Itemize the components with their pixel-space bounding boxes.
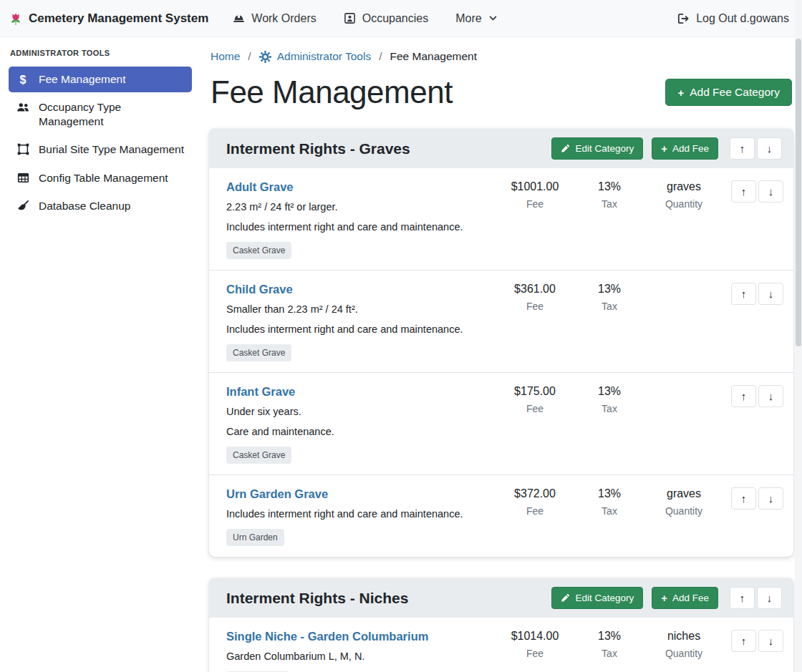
fee-tax-col: 13% Tax [572,487,647,517]
chevron-down-icon [488,14,498,23]
sidebar-item-label: Fee Management [39,72,126,87]
breadcrumb-admin-tools-link[interactable]: Administrator Tools [259,50,372,63]
category-title: Interment Rights - Graves [226,140,410,157]
move-fee-up-button[interactable]: ↑ [731,487,756,510]
sidebar-item-config-table-management[interactable]: Config Table Management [9,165,192,191]
fee-name-link[interactable]: Urn Garden Grave [226,487,328,501]
fee-row: Single Niche - Garden Columbarium Garden… [209,618,793,672]
edit-category-label: Edit Category [575,593,634,603]
fee-quantity-label: Quantity [647,505,721,517]
move-fee-up-button[interactable]: ↑ [731,283,756,305]
nav-work-orders[interactable]: Work Orders [233,12,316,25]
fee-quantity: niches [647,630,721,643]
arrow-down-icon: ↓ [768,288,774,300]
top-navbar: Cemetery Management System Work Orders O… [0,0,802,37]
fee-description: Smaller than 2.23 m² / 24 ft². [226,302,489,317]
move-fee-down-button[interactable]: ↓ [758,487,783,510]
fee-description: Includes interment right and care and ma… [226,322,489,337]
fee-tax-col: 13% Tax [572,630,647,659]
move-category-up-button[interactable]: ↑ [730,137,755,160]
sidebar-item-fee-management[interactable]: $ Fee Management [9,67,192,92]
brand-link[interactable]: Cemetery Management System [9,11,208,26]
fee-category-card-graves: Interment Rights - Graves Edit Category … [209,129,793,557]
sidebar-item-burial-site-type-management[interactable]: Burial Site Type Management [9,137,192,162]
fee-reorder-controls: ↑ ↓ [731,283,783,305]
fee-description: Under six years. [226,404,489,419]
nav-more[interactable]: More [455,12,497,25]
add-fee-button[interactable]: + Add Fee [652,587,718,609]
move-fee-down-button[interactable]: ↓ [758,630,783,652]
fee-reorder-controls: ↑ ↓ [731,180,783,203]
move-fee-down-button[interactable]: ↓ [758,283,783,305]
fee-quantity: graves [647,487,721,500]
edit-category-button[interactable]: Edit Category [551,587,643,609]
add-fee-category-button[interactable]: + Add Fee Category [665,79,792,106]
move-fee-up-button[interactable]: ↑ [731,180,756,203]
broom-icon [16,199,30,212]
move-category-down-button[interactable]: ↓ [757,587,782,609]
fee-type-badge: Casket Grave [226,344,291,361]
fee-amount: $175.00 [498,385,572,398]
category-reorder-controls: ↑ ↓ [730,137,782,160]
fee-tax-col: 13% Tax [572,180,647,210]
fee-amount-col: $1014.00 Fee [498,630,572,659]
arrow-up-icon: ↑ [741,288,747,300]
scrollbar-thumb[interactable] [796,39,801,346]
move-fee-down-button[interactable]: ↓ [758,385,783,407]
edit-category-label: Edit Category [575,143,634,154]
admin-sidebar: ADMINISTRATOR TOOLS $ Fee Management Occ… [0,37,200,672]
move-fee-up-button[interactable]: ↑ [731,385,756,407]
plus-icon: + [661,593,667,603]
nav-occupancies-label: Occupancies [362,12,429,25]
fee-tax-label: Tax [572,648,647,659]
fee-name-link[interactable]: Infant Grave [226,385,295,399]
nav-work-orders-label: Work Orders [251,12,316,25]
fee-amount-col: $361.00 Fee [498,283,572,312]
category-header: Interment Rights - Niches Edit Category … [209,578,793,618]
arrow-up-icon: ↑ [740,592,745,604]
fee-name-link[interactable]: Single Niche - Garden Columbarium [226,630,428,643]
fee-name-link[interactable]: Adult Grave [226,180,294,194]
fee-tax: 13% [572,385,647,398]
fee-tax-label: Tax [572,301,647,312]
nav-occupancies[interactable]: Occupancies [344,12,429,25]
fee-amount-label: Fee [498,505,572,517]
fee-name-link[interactable]: Child Grave [226,283,293,296]
arrow-down-icon: ↓ [767,142,773,155]
fee-tax-col: 13% Tax [572,385,647,414]
page-header: Fee Management + Add Fee Category [209,74,793,110]
fee-tax: 13% [572,180,647,193]
person-frame-icon [344,12,356,24]
fee-description: Includes interment right and care and ma… [226,507,489,522]
scrollbar-track[interactable] [795,0,802,672]
logout-link[interactable]: Log Out d.gowans [677,12,789,25]
arrow-up-icon: ↑ [741,390,747,402]
edit-category-button[interactable]: Edit Category [551,137,643,160]
brand-title: Cemetery Management System [29,11,208,26]
add-fee-button[interactable]: + Add Fee [652,137,718,160]
sidebar-item-label: Occupancy Type Management [39,100,185,129]
move-fee-down-button[interactable]: ↓ [758,180,783,203]
move-category-down-button[interactable]: ↓ [757,137,782,160]
fee-description: 2.23 m² / 24 ft² or larger. [226,200,489,215]
fee-amount: $1001.00 [498,180,572,193]
fee-description: Care and maintenance. [226,424,489,439]
breadcrumb-home-link[interactable]: Home [211,50,240,63]
arrow-up-icon: ↑ [741,492,747,505]
fee-amount-col: $1001.00 Fee [498,180,572,210]
arrow-up-icon: ↑ [741,635,747,647]
fee-row: Infant Grave Under six years. Care and m… [209,372,793,474]
sidebar-item-database-cleanup[interactable]: Database Cleanup [9,193,192,219]
add-fee-label: Add Fee [672,593,709,603]
move-fee-up-button[interactable]: ↑ [731,630,756,652]
add-fee-label: Add Fee [672,143,709,154]
sidebar-item-occupancy-type-management[interactable]: Occupancy Type Management [9,94,192,135]
users-icon [16,100,30,114]
move-category-up-button[interactable]: ↑ [730,587,755,609]
fee-tax: 13% [572,630,647,643]
fee-type-badge: Casket Grave [226,447,291,464]
category-actions: Edit Category + Add Fee ↑ ↓ [551,137,782,160]
sidebar-item-label: Burial Site Type Management [39,142,184,157]
category-actions: Edit Category + Add Fee ↑ ↓ [551,587,782,609]
fee-amount-label: Fee [498,403,572,414]
